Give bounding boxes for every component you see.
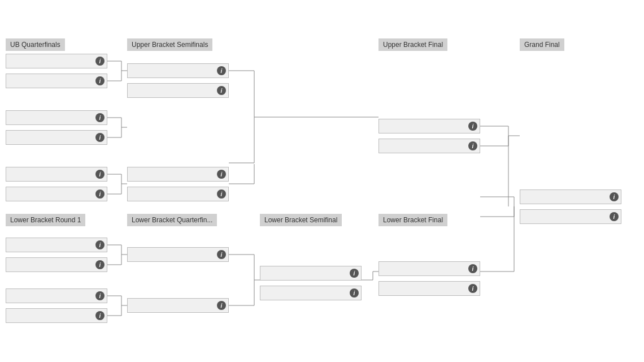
- ubs-slot-3[interactable]: i: [127, 167, 229, 182]
- ubs-slot-2[interactable]: i: [127, 83, 229, 98]
- lbqf-slot-1[interactable]: i: [127, 247, 229, 262]
- ubq-slot-6[interactable]: i: [6, 187, 107, 201]
- info-icon[interactable]: i: [610, 192, 619, 201]
- info-icon[interactable]: i: [95, 189, 105, 199]
- info-icon[interactable]: i: [468, 141, 477, 150]
- info-icon[interactable]: i: [350, 288, 359, 298]
- info-icon[interactable]: i: [95, 311, 105, 320]
- lbr1-slot-4[interactable]: i: [6, 308, 107, 323]
- info-icon[interactable]: i: [468, 264, 477, 273]
- info-icon[interactable]: i: [95, 76, 105, 85]
- lb-final-label: Lower Bracket Final: [378, 214, 447, 226]
- lbsf-slot-2[interactable]: i: [260, 286, 362, 300]
- lb-semifinal-label: Lower Bracket Semifinal: [260, 214, 342, 226]
- ubf-slot-1[interactable]: i: [378, 119, 480, 133]
- lb-round1-label: Lower Bracket Round 1: [6, 214, 85, 226]
- lbr1-slot-1[interactable]: i: [6, 238, 107, 252]
- ubq-slot-4[interactable]: i: [6, 130, 107, 145]
- info-icon[interactable]: i: [217, 170, 226, 179]
- info-icon[interactable]: i: [95, 240, 105, 249]
- ub-final-label: Upper Bracket Final: [378, 38, 447, 51]
- info-icon[interactable]: i: [468, 122, 477, 131]
- ubq-slot-2[interactable]: i: [6, 74, 107, 88]
- lbsf-slot-1[interactable]: i: [260, 266, 362, 281]
- info-icon[interactable]: i: [95, 170, 105, 179]
- info-icon[interactable]: i: [95, 113, 105, 122]
- info-icon[interactable]: i: [217, 86, 226, 95]
- lbqf-slot-2[interactable]: i: [127, 298, 229, 313]
- ub-quarterfinals-label: UB Quarterfinals: [6, 38, 65, 51]
- lbf-slot-2[interactable]: i: [378, 281, 480, 296]
- ubq-slot-1[interactable]: i: [6, 54, 107, 68]
- lbr1-slot-2[interactable]: i: [6, 257, 107, 272]
- ubf-slot-2[interactable]: i: [378, 139, 480, 153]
- lbr1-slot-3[interactable]: i: [6, 288, 107, 303]
- info-icon[interactable]: i: [217, 301, 226, 310]
- bracket-container: UB Quarterfinals Upper Bracket Semifinal…: [0, 0, 644, 362]
- info-icon[interactable]: i: [610, 212, 619, 221]
- info-icon[interactable]: i: [468, 284, 477, 293]
- info-icon[interactable]: i: [95, 291, 105, 300]
- info-icon[interactable]: i: [95, 57, 105, 66]
- gf-slot-2[interactable]: i: [520, 209, 621, 224]
- ub-semifinals-label: Upper Bracket Semifinals: [127, 38, 212, 51]
- info-icon[interactable]: i: [217, 189, 226, 199]
- ubq-slot-5[interactable]: i: [6, 167, 107, 182]
- info-icon[interactable]: i: [95, 260, 105, 269]
- info-icon[interactable]: i: [217, 66, 226, 75]
- gf-slot-1[interactable]: i: [520, 189, 621, 204]
- info-icon[interactable]: i: [217, 250, 226, 259]
- lbf-slot-1[interactable]: i: [378, 261, 480, 276]
- ubs-slot-4[interactable]: i: [127, 187, 229, 201]
- ubq-slot-3[interactable]: i: [6, 110, 107, 125]
- info-icon[interactable]: i: [95, 133, 105, 142]
- ubs-slot-1[interactable]: i: [127, 63, 229, 78]
- info-icon[interactable]: i: [350, 269, 359, 278]
- lb-quarterfinals-label: Lower Bracket Quarterfin...: [127, 214, 217, 226]
- grand-final-label: Grand Final: [520, 38, 564, 51]
